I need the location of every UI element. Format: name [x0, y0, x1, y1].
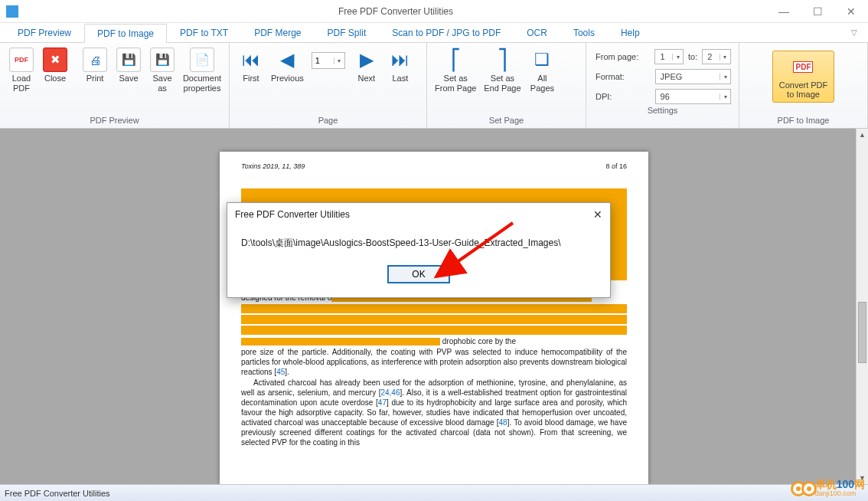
window-titlebar: Free PDF Converter Utilities — ☐ ✕	[0, 0, 868, 23]
close-window-button[interactable]: ✕	[834, 0, 868, 23]
pages-icon: ❏	[534, 50, 550, 70]
maximize-button[interactable]: ☐	[801, 0, 834, 23]
message-dialog: Free PDF Converter Utilities ✕ D:\tools\…	[227, 202, 611, 298]
format-label: Format:	[596, 72, 651, 81]
from-page-label: From page:	[596, 52, 650, 61]
save-as-button[interactable]: 💾 Save as	[145, 46, 179, 95]
tab-ocr[interactable]: OCR	[514, 23, 560, 42]
vertical-scrollbar[interactable]: ▲ ▼	[856, 129, 868, 484]
group-label: PDF Preview	[0, 114, 229, 128]
highlight-block	[241, 315, 627, 324]
window-title: Free PDF Converter Utilities	[24, 6, 767, 17]
doc-properties-button[interactable]: 📄 Document properties	[179, 46, 225, 95]
print-button[interactable]: 🖨 Print	[78, 46, 112, 85]
save-as-icon: 💾	[150, 47, 175, 72]
next-icon: ▶	[354, 47, 379, 72]
document-viewport[interactable]: Toxins 2019, 11, 389 8 of 16 patients wi…	[0, 129, 868, 484]
printer-icon: 🖨	[83, 47, 107, 72]
scroll-up-icon[interactable]: ▲	[857, 129, 868, 141]
to-page-select[interactable]: 2▾	[702, 49, 731, 64]
load-pdf-button[interactable]: PDF Load PDF	[5, 46, 38, 95]
convert-pdf-to-image-button[interactable]: PDF Convert PDF to Image	[772, 51, 835, 103]
dropdown-icon[interactable]: ▾	[720, 93, 730, 100]
watermark-logo-icon	[791, 481, 812, 496]
highlight-block	[241, 326, 627, 335]
bracket-left-icon: ⎡	[451, 48, 461, 72]
dpi-label: DPI:	[596, 92, 651, 101]
app-icon	[6, 5, 18, 18]
pdf-icon: PDF	[9, 47, 34, 72]
dropdown-icon[interactable]: ▾	[720, 74, 730, 80]
close-icon: ✖	[43, 47, 67, 72]
tab-pdf-preview[interactable]: PDF Preview	[5, 23, 84, 42]
dialog-close-button[interactable]: ✕	[593, 208, 602, 221]
set-end-page-button[interactable]: ⎤ Set as End Page	[479, 46, 525, 95]
group-page: ⏮ First ◀ Previous ▾ ▶ Next ⏭ Last Page	[230, 43, 427, 128]
scroll-thumb[interactable]	[858, 302, 866, 363]
format-select[interactable]: JPEG▾	[655, 69, 731, 84]
dpi-select[interactable]: 96▾	[655, 89, 731, 104]
dropdown-icon[interactable]: ▾	[672, 54, 683, 61]
page-header-right: 8 of 16	[605, 162, 627, 170]
text-line: drophobic core by the	[241, 336, 627, 346]
status-bar: Free PDF Converter Utilities	[0, 484, 868, 501]
group-settings: From page: 1▾ to: 2▾ Format: JPEG▾ DPI: …	[586, 43, 739, 128]
load-pdf-label: Load PDF	[12, 74, 31, 93]
minimize-button[interactable]: —	[767, 0, 801, 23]
tab-help[interactable]: Help	[608, 23, 653, 42]
text-paragraph: pore size of the particle. Additionally,…	[241, 347, 627, 377]
watermark: 单机100网 danji100.com	[791, 480, 865, 498]
bracket-right-icon: ⎤	[498, 48, 507, 72]
ribbon: PDF Load PDF ✖ Close 🖨 Print 💾 Save 💾 Sa…	[0, 43, 868, 129]
watermark-url: danji100.com	[815, 489, 865, 498]
dropdown-icon[interactable]: ▾	[720, 54, 730, 61]
convert-icon: PDF	[793, 61, 813, 73]
to-label: to:	[688, 52, 697, 61]
status-text: Free PDF Converter Utilities	[5, 489, 110, 498]
dialog-title: Free PDF Converter Utilities	[235, 209, 350, 220]
first-icon: ⏮	[239, 47, 263, 72]
first-page-button[interactable]: ⏮ First	[234, 46, 268, 85]
highlight-block	[241, 304, 627, 313]
tab-pdf-split[interactable]: PDF Split	[315, 23, 380, 42]
tab-pdf-to-txt[interactable]: PDF to TXT	[167, 23, 241, 42]
scroll-track[interactable]	[857, 141, 868, 472]
previous-page-button[interactable]: ◀ Previous	[268, 46, 307, 85]
ok-button[interactable]: OK	[387, 265, 449, 283]
page-header-left: Toxins 2019, 11, 389	[241, 162, 305, 170]
ribbon-tabs: PDF Preview PDF to Image PDF to TXT PDF …	[0, 23, 868, 43]
text-paragraph: Activated charcoal has already been used…	[241, 378, 627, 447]
dropdown-icon[interactable]: ▾	[334, 57, 344, 64]
group-set-page: ⎡ Set as From Page ⎤ Set as End Page ❏ A…	[427, 43, 586, 128]
dialog-titlebar[interactable]: Free PDF Converter Utilities ✕	[227, 203, 610, 226]
set-from-page-button[interactable]: ⎡ Set as From Page	[432, 46, 479, 95]
group-convert: PDF Convert PDF to Image PDF to Image	[739, 43, 868, 128]
tab-tools[interactable]: Tools	[560, 23, 608, 42]
all-pages-button[interactable]: ❏ All Pages	[525, 46, 559, 95]
page-number-field[interactable]	[312, 56, 334, 65]
tab-pdf-merge[interactable]: PDF Merge	[241, 23, 314, 42]
last-icon: ⏭	[388, 47, 413, 72]
from-page-select[interactable]: 1▾	[654, 49, 684, 64]
tab-pdf-to-image[interactable]: PDF to Image	[84, 24, 167, 43]
next-page-button[interactable]: ▶ Next	[350, 46, 383, 85]
properties-icon: 📄	[190, 47, 214, 72]
group-pdf-preview: PDF Load PDF ✖ Close 🖨 Print 💾 Save 💾 Sa…	[0, 43, 230, 128]
tab-scan-to-pdf[interactable]: Scan to PDF / JPG to PDF	[379, 23, 514, 42]
page-number-input[interactable]: ▾	[312, 52, 345, 69]
prev-icon: ◀	[275, 47, 299, 72]
ribbon-collapse-icon[interactable]: ▽	[845, 23, 863, 42]
last-page-button[interactable]: ⏭ Last	[383, 46, 417, 85]
save-icon: 💾	[116, 47, 141, 72]
save-button[interactable]: 💾 Save	[112, 46, 145, 85]
close-pdf-button[interactable]: ✖ Close	[38, 46, 72, 85]
dialog-message-path: D:\tools\桌面\image\Auslogics-BoostSpeed-1…	[241, 237, 596, 250]
